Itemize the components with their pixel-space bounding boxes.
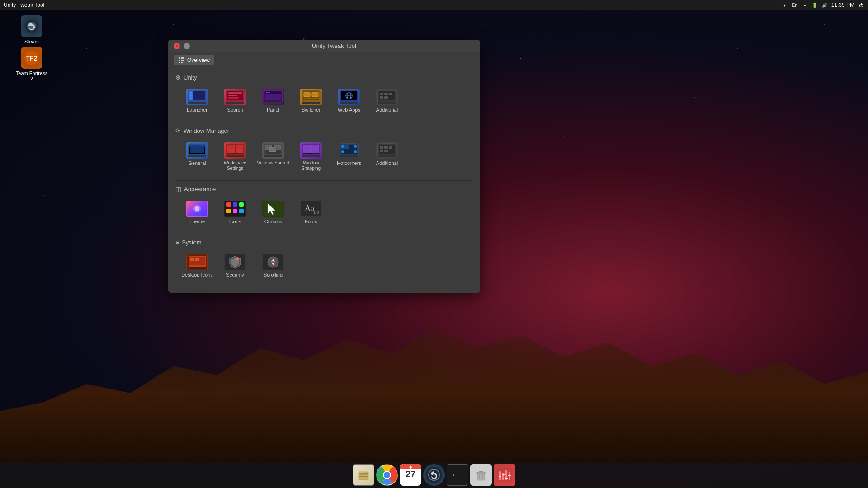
wm-general-item[interactable]: General (179, 139, 215, 175)
svg-rect-96 (239, 202, 244, 207)
additional-unity-label: Additional (376, 107, 398, 113)
wm-additional-item[interactable]: Additional (369, 139, 405, 175)
svg-rect-116 (359, 472, 368, 480)
desktop-icon-tf2[interactable]: TF2 Team Fortress 2 (14, 45, 50, 83)
svg-rect-23 (228, 97, 239, 99)
svg-rect-130 (479, 471, 483, 472)
svg-point-15 (190, 92, 192, 94)
svg-point-112 (236, 258, 239, 260)
window-close-button[interactable]: × (174, 43, 180, 49)
tf2-icon: TF2 (21, 47, 42, 69)
svg-rect-59 (236, 145, 243, 150)
dock-steam[interactable] (423, 464, 445, 486)
svg-text:TF2: TF2 (26, 55, 38, 62)
grid-icon (178, 57, 184, 63)
svg-rect-73 (302, 155, 320, 157)
switcher-label: Switcher (302, 107, 321, 113)
steam-dock-icon (426, 467, 442, 483)
desktop-icon-steam[interactable]: Steam (14, 14, 50, 46)
fonts-label: Fonts (305, 219, 317, 225)
dock-chrome[interactable] (376, 464, 398, 486)
section-unity: ⊕ Unity (175, 74, 473, 117)
appearance-fonts-item[interactable]: Aa Bb Fonts (293, 197, 329, 228)
section-appearance: ◫ Appearance (175, 185, 473, 228)
section-system: ≡ System (175, 239, 473, 282)
svg-rect-9 (183, 60, 184, 61)
dock-mixer[interactable] (494, 464, 515, 486)
svg-point-115 (272, 261, 274, 263)
cursors-label: Cursors (264, 219, 282, 225)
panel-icon (262, 89, 284, 105)
keyboard-icon[interactable]: En (792, 2, 798, 8)
top-bar-title: Unity Tweak Tool (4, 2, 44, 8)
window-snapping-label: Window Snapping (295, 160, 327, 171)
svg-rect-98 (233, 209, 237, 213)
unity-additional-item[interactable]: Additional (369, 85, 405, 117)
chrome-icon (377, 465, 397, 485)
files-icon (357, 468, 370, 482)
svg-rect-5 (181, 57, 183, 59)
scrolling-label: Scrolling (264, 272, 283, 278)
unity-items-grid: Launcher (175, 85, 473, 117)
svg-rect-8 (181, 60, 183, 61)
svg-rect-94 (226, 202, 231, 207)
wm-window-snapping-item[interactable]: Window Snapping (293, 139, 329, 175)
wm-workspace-item[interactable]: Workspace Settings (217, 139, 253, 175)
system-security-item[interactable]: Security (217, 250, 253, 282)
fonts-icon: Aa Bb (300, 201, 322, 217)
system-scrolling-item[interactable]: Scrolling (255, 250, 291, 282)
svg-rect-72 (311, 145, 319, 153)
system-desktop-icons-item[interactable]: Desktop Icons (179, 250, 215, 282)
window-snapping-icon (300, 142, 322, 159)
dock-calendar[interactable]: ◆ 27 (400, 464, 421, 486)
bluetooth-icon[interactable]: ⌁ (802, 2, 808, 8)
speaker-icon[interactable]: 🔊 (821, 2, 828, 8)
desktop-icons-label: Desktop Icons (181, 272, 213, 278)
theme-label: Theme (189, 219, 205, 225)
section-wm-header: ⟳ Window Manager (175, 127, 473, 134)
svg-rect-139 (499, 476, 501, 477)
svg-rect-35 (304, 98, 318, 99)
divider-3 (175, 234, 473, 234)
unity-switcher-item[interactable]: Switcher (293, 85, 329, 117)
svg-rect-117 (359, 471, 363, 473)
svg-point-28 (266, 92, 268, 93)
switcher-icon (300, 89, 322, 105)
window-minimize-button[interactable] (184, 43, 190, 49)
general-label: General (188, 160, 206, 166)
wm-hotcorners-item[interactable]: Hotcorners (331, 139, 367, 175)
launcher-label: Launcher (187, 107, 208, 113)
appearance-cursors-item[interactable]: Cursors (255, 197, 291, 228)
svg-rect-142 (508, 475, 511, 476)
cursors-icon (262, 201, 284, 217)
window-toolbar: Overview (168, 52, 480, 68)
unity-search-item[interactable]: Search (217, 85, 253, 117)
wm-items-grid: General (175, 139, 473, 175)
window-titlebar: × Unity Tweak Tool (168, 40, 480, 52)
unity-webapps-item[interactable]: Web Apps (331, 85, 367, 117)
svg-rect-67 (274, 145, 281, 150)
unity-launcher-item[interactable]: Launcher (179, 85, 215, 117)
section-appearance-header: ◫ Appearance (175, 185, 473, 192)
appearance-icons-item[interactable]: Icons (217, 197, 253, 228)
dock-terminal[interactable]: >_ (447, 464, 468, 486)
launcher-icon (186, 89, 208, 105)
svg-rect-118 (359, 473, 368, 474)
appearance-section-icon: ◫ (175, 185, 181, 192)
section-unity-header: ⊕ Unity (175, 74, 473, 81)
dock-files[interactable] (353, 464, 374, 486)
divider-2 (175, 180, 473, 181)
svg-rect-7 (179, 60, 180, 61)
svg-rect-61 (236, 150, 243, 153)
svg-point-92 (195, 206, 199, 211)
svg-rect-89 (378, 155, 396, 157)
unity-section-icon: ⊕ (175, 74, 181, 81)
dropdown-icon[interactable]: ▾ (782, 2, 788, 8)
wm-window-spread-item[interactable]: Window Spread (255, 139, 291, 175)
unity-panel-item[interactable]: Panel (255, 85, 291, 117)
dock-trash[interactable] (470, 464, 492, 486)
power-icon[interactable]: ⏻ (858, 2, 864, 8)
overview-button[interactable]: Overview (174, 55, 214, 65)
appearance-theme-item[interactable]: Theme (179, 197, 215, 228)
clock: 11:39 PM (831, 2, 854, 8)
